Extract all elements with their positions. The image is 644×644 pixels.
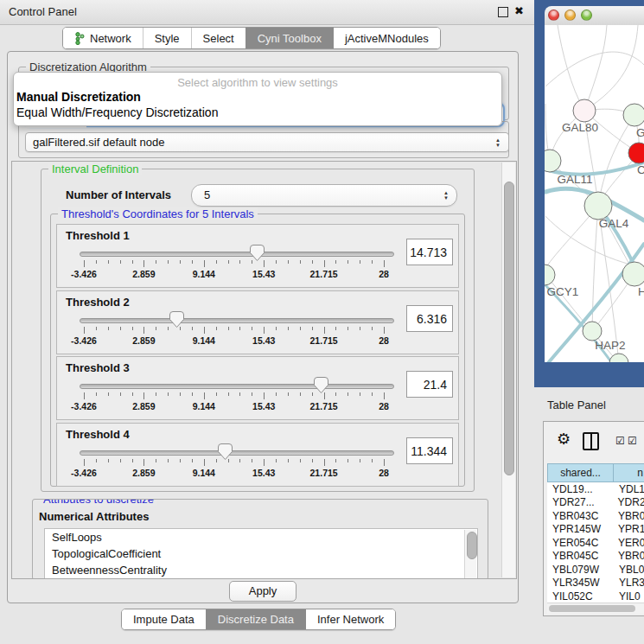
tick-mark: [300, 260, 301, 264]
close-icon[interactable]: ✖: [514, 4, 524, 17]
number-of-intervals-select[interactable]: 5 ▲▼: [191, 184, 457, 207]
column-header-shared-name[interactable]: shared...: [547, 463, 614, 482]
numerical-attributes-list[interactable]: SelfLoopsTopologicalCoefficientBetweenne…: [44, 528, 478, 579]
close-traffic-light-icon[interactable]: [548, 10, 559, 21]
tab-infer-network[interactable]: Infer Network: [305, 609, 395, 629]
network-edge[interactable]: [545, 275, 592, 331]
network-node[interactable]: [573, 99, 596, 122]
minimize-traffic-light-icon[interactable]: [564, 10, 576, 21]
table-data-select[interactable]: galFiltered.sif default node ▲▼: [25, 132, 509, 152]
tick-label: -3.426: [71, 269, 97, 279]
slider-thumb[interactable]: [217, 443, 233, 461]
threshold-value-field[interactable]: 21.4: [406, 371, 453, 398]
tick-label: 21.715: [310, 401, 338, 411]
network-node[interactable]: [583, 322, 602, 341]
tab-jactivemnodules[interactable]: jActiveMNodules: [333, 28, 440, 48]
main-scrollbar[interactable]: [501, 163, 515, 577]
threshold-slider-track[interactable]: [80, 450, 394, 456]
network-edge[interactable]: [598, 115, 634, 206]
cell-name: YIL0: [614, 590, 641, 603]
network-canvas[interactable]: GAL80GACGAL11GAL4GCY1HHAP2: [545, 25, 644, 362]
network-window-titlebar[interactable]: [545, 6, 644, 26]
table-row[interactable]: YPR145WYPR1: [547, 523, 644, 537]
tick-mark: [335, 327, 336, 330]
slider-thumb[interactable]: [249, 244, 265, 262]
tick-mark: [276, 459, 277, 462]
table-row[interactable]: YBL079WYBL0: [547, 563, 644, 577]
tab-network[interactable]: Network: [63, 28, 143, 48]
algorithm-option-equal-width-frequency-discretization[interactable]: Equal Width/Frequency Discretization: [14, 105, 501, 120]
network-edge[interactable]: [584, 25, 607, 111]
tick-mark: [264, 459, 265, 466]
tick-mark: [360, 327, 360, 330]
tick-mark: [300, 327, 301, 330]
checked-box-icon[interactable]: ☑: [615, 435, 625, 447]
tick-mark: [216, 260, 217, 264]
table-row[interactable]: YIL052CYIL0: [547, 590, 644, 603]
scrollbar-thumb[interactable]: [549, 605, 635, 612]
table-horizontal-scrollbar[interactable]: [547, 603, 644, 614]
table-row[interactable]: YBR043CYBR0: [547, 509, 644, 523]
network-edge[interactable]: [558, 25, 584, 111]
tick-mark: [84, 327, 85, 334]
float-window-icon[interactable]: [498, 7, 508, 17]
table-row[interactable]: YDR27...YDR2: [547, 496, 644, 510]
algorithm-option-manual-discretization[interactable]: Manual Discretization: [14, 89, 501, 105]
tick-mark: [132, 459, 133, 462]
zoom-traffic-light-icon[interactable]: [581, 10, 592, 21]
tick-mark: [372, 260, 373, 264]
scrollbar-thumb[interactable]: [504, 182, 514, 475]
network-node[interactable]: [545, 265, 555, 285]
threshold-value-field[interactable]: 6.316: [406, 305, 453, 332]
table-toolbar: ⚙ ☑ ☑: [544, 422, 644, 460]
tick-label: 21.715: [310, 335, 338, 346]
network-node[interactable]: [623, 104, 644, 126]
cell-shared-name: YBL079W: [547, 564, 614, 576]
tab-select[interactable]: Select: [191, 28, 245, 48]
tick-mark: [384, 327, 385, 334]
table-row[interactable]: YER054CYER0: [547, 536, 644, 550]
list-item[interactable]: SelfLoops: [45, 529, 477, 545]
tab-discretize-data[interactable]: Discretize Data: [206, 609, 305, 629]
tick-mark: [335, 260, 336, 264]
tick-label: 9.144: [193, 269, 215, 279]
threshold-panel: Threshold 2-3.4262.8599.14415.4321.71528…: [56, 290, 459, 354]
checked-box-icon[interactable]: ☑: [628, 435, 637, 447]
tick-mark: [348, 327, 348, 330]
gear-icon[interactable]: ⚙: [557, 430, 571, 449]
table-row[interactable]: YLR345WYLR3: [547, 577, 644, 590]
network-node-label: GA: [636, 126, 644, 139]
threshold-slider-track[interactable]: [80, 384, 394, 389]
column-header-name[interactable]: n: [614, 463, 644, 482]
stepper-icon: ▲▼: [495, 137, 501, 148]
network-node[interactable]: [622, 262, 644, 286]
attributes-scrollbar[interactable]: [464, 530, 476, 578]
table-row[interactable]: YBR045CYBR0: [547, 550, 644, 564]
threshold-value-field[interactable]: 11.344: [406, 437, 453, 464]
threshold-slider-track[interactable]: [80, 252, 394, 257]
table-row[interactable]: YDL19...YDL1: [547, 482, 644, 496]
slider-thumb[interactable]: [313, 376, 329, 394]
columns-icon[interactable]: [583, 432, 599, 450]
network-node[interactable]: [584, 192, 612, 220]
tick-mark: [156, 459, 156, 462]
network-window-frame: GAL80GACGAL11GAL4GCY1HHAP2: [534, 0, 644, 387]
list-item[interactable]: TopologicalCoefficient: [45, 545, 477, 562]
tick-mark: [132, 327, 133, 330]
table-body: YDL19...YDL1YDR27...YDR2YBR043CYBR0YPR14…: [547, 482, 644, 603]
tab-cyni-toolbox[interactable]: Cyni Toolbox: [245, 28, 333, 48]
tab-impute-data[interactable]: Impute Data: [122, 609, 206, 629]
slider-thumb[interactable]: [169, 310, 185, 328]
apply-button[interactable]: Apply: [229, 581, 296, 602]
tick-mark: [312, 260, 313, 264]
tab-style[interactable]: Style: [143, 28, 191, 48]
tick-label: 28: [379, 269, 389, 279]
tick-mark: [204, 392, 205, 399]
list-item[interactable]: BetweennessCentrality: [45, 562, 477, 578]
network-node[interactable]: [628, 143, 644, 163]
threshold-value-field[interactable]: 14.713: [406, 239, 453, 265]
tick-mark: [384, 260, 385, 267]
network-edge[interactable]: [584, 25, 638, 111]
scrollbar-thumb[interactable]: [467, 532, 477, 559]
threshold-slider-track[interactable]: [80, 318, 394, 323]
